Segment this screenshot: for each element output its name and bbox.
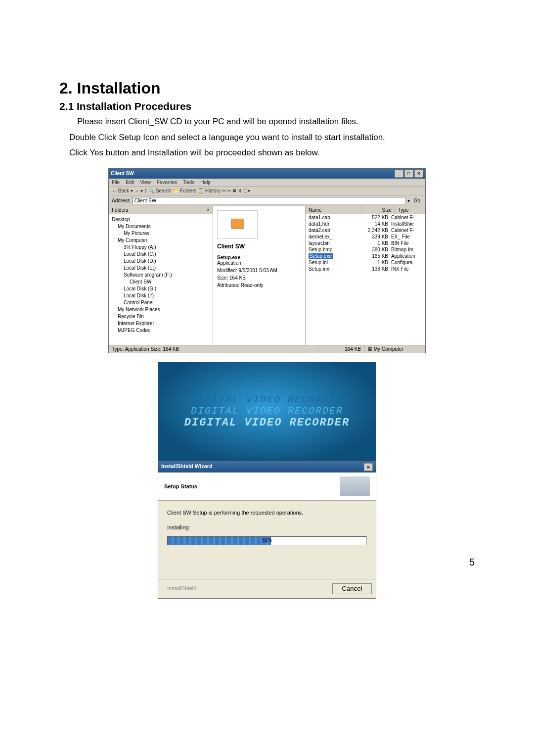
splash-text: DIGITAL VIDEO RECORDER (191, 405, 343, 417)
section-heading: 2. Installation (59, 79, 475, 97)
file-row[interactable]: data1.hdr14 KBInstallShie (306, 221, 425, 227)
file-row[interactable]: Setup.exe165 KBApplication (306, 253, 425, 259)
menu-file[interactable]: File (112, 180, 120, 185)
close-icon[interactable]: × (364, 463, 373, 471)
file-row[interactable]: Setup.ini1 KBConfigura (306, 259, 425, 266)
tree-item[interactable]: Local Disk (C:) (112, 251, 210, 258)
column-type[interactable]: Type (395, 206, 425, 214)
menu-view[interactable]: View (140, 180, 151, 185)
page-number: 5 (469, 557, 475, 568)
preview-size: Size: 164 KB (217, 275, 301, 281)
tree-item[interactable]: Software program (F:) (112, 272, 210, 279)
window-title: Client SW (111, 171, 134, 176)
splash-text: DIGITAL VIDEO RECORDER (191, 394, 343, 405)
subsection-heading: 2.1 Installation Procedures (59, 100, 475, 112)
progress-percent: 52% (168, 537, 366, 543)
menu-help[interactable]: Help (200, 180, 211, 185)
address-bar[interactable]: Address Client SW ▾ Go (109, 195, 425, 206)
explorer-window: Client SW _ □ × File Edit View Favorites… (108, 168, 426, 353)
paragraph: Click Yes button and Installation will b… (69, 146, 475, 159)
preview-modified: Modified: 9/5/2001 5:03 AM (217, 268, 301, 273)
progress-bar: 52% (167, 536, 367, 545)
file-row[interactable]: data1.cab522 KBCabinet Fi (306, 214, 425, 221)
paragraph: Double Click Setup Icon and select a lan… (69, 131, 475, 144)
dialog-title: InstallShield Wizard (161, 463, 213, 471)
status-location: 🖥 My Computer (364, 345, 425, 353)
close-icon[interactable]: × (207, 207, 210, 213)
installing-label: Installing: (167, 524, 367, 530)
tree-item[interactable]: Local Disk (I:) (112, 292, 210, 299)
file-row[interactable]: data2.cab2,342 KBCabinet Fi (306, 227, 425, 234)
tree-item[interactable]: Local Disk (D:) (112, 258, 210, 265)
file-row[interactable]: Setup.inx136 KBINX File (306, 266, 425, 272)
splash-text: DIGITAL VIDEO RECORDER (184, 417, 350, 429)
tree-item[interactable]: Control Panel (112, 299, 210, 306)
tree-item[interactable]: My Computer (112, 237, 210, 244)
tree-item[interactable]: Local Disk (E:) (112, 265, 210, 272)
preview-file-type: Application (217, 260, 241, 266)
tree-item[interactable]: Internet Explorer (112, 320, 210, 327)
menu-edit[interactable]: Edit (126, 180, 134, 185)
cancel-button[interactable]: Cancel (332, 583, 372, 594)
preview-file-name: Setup.exe (217, 255, 301, 260)
status-size: 164 KB (318, 345, 364, 353)
tree-item[interactable]: My Network Places (112, 306, 210, 313)
installshield-dialog: InstallShield Wizard × Setup Status Clie… (158, 461, 376, 599)
address-input[interactable]: Client SW (132, 197, 405, 204)
preview-name: Client SW (217, 243, 301, 250)
wizard-banner-image (340, 476, 370, 496)
file-list[interactable]: Name Size Type data1.cab522 KBCabinet Fi… (306, 206, 425, 345)
tree-item[interactable]: Local Disk (G:) (112, 285, 210, 292)
tree-item[interactable]: 3½ Floppy (A:) (112, 244, 210, 251)
folder-tree[interactable]: DesktopMy DocumentsMy PicturesMy Compute… (109, 214, 213, 336)
tree-item[interactable]: MJPEG Codec (112, 327, 210, 334)
folder-icon (217, 210, 258, 239)
column-size[interactable]: Size (361, 206, 395, 214)
file-row[interactable]: Setup.bmp380 KBBitmap Im (306, 246, 425, 253)
folders-pane-label: Folders (112, 207, 128, 213)
menu-tools[interactable]: Tools (183, 180, 194, 185)
preview-attributes: Attributes: Read-only (217, 283, 301, 288)
menu-bar[interactable]: File Edit View Favorites Tools Help (109, 179, 425, 187)
tree-item[interactable]: Client SW (112, 279, 210, 285)
close-icon[interactable]: × (414, 170, 423, 178)
dialog-header: Setup Status (164, 483, 197, 489)
preview-pane: Client SW Setup.exeApplication Modified:… (213, 206, 306, 345)
tree-item[interactable]: Recycle Bin (112, 313, 210, 320)
status-left: Type: Application Size: 164 KB (109, 345, 318, 353)
go-button[interactable]: Go (412, 198, 422, 203)
brand-label: InstallShield (162, 583, 201, 594)
tree-item[interactable]: My Documents (112, 223, 210, 230)
maximize-icon[interactable]: □ (404, 170, 413, 178)
address-label: Address (112, 198, 130, 203)
paragraph: Please insert Client_SW CD to your PC an… (77, 115, 475, 128)
tree-item[interactable]: My Pictures (112, 230, 210, 237)
dropdown-icon[interactable]: ▾ (407, 198, 410, 203)
titlebar[interactable]: Client SW _ □ × (109, 169, 425, 179)
column-name[interactable]: Name (306, 206, 361, 214)
menu-favorites[interactable]: Favorites (157, 180, 177, 185)
status-bar: Type: Application Size: 164 KB 164 KB 🖥 … (109, 345, 425, 353)
toolbar[interactable]: ← Back ▾ → ▾ ⤴ 🔍 Search 📁 Folders ⌛ Hist… (109, 187, 425, 195)
setup-message: Client SW Setup is performing the reques… (167, 510, 367, 516)
minimize-icon[interactable]: _ (395, 170, 403, 178)
dvr-splash-image: DIGITAL VIDEO RECORDER DIGITAL VIDEO REC… (158, 362, 376, 461)
file-row[interactable]: ikernel.ex_339 KBEX_ File (306, 234, 425, 240)
file-row[interactable]: layout.bin1 KBBIN File (306, 240, 425, 246)
titlebar[interactable]: InstallShield Wizard × (158, 462, 376, 472)
tree-item[interactable]: Desktop (112, 216, 210, 223)
